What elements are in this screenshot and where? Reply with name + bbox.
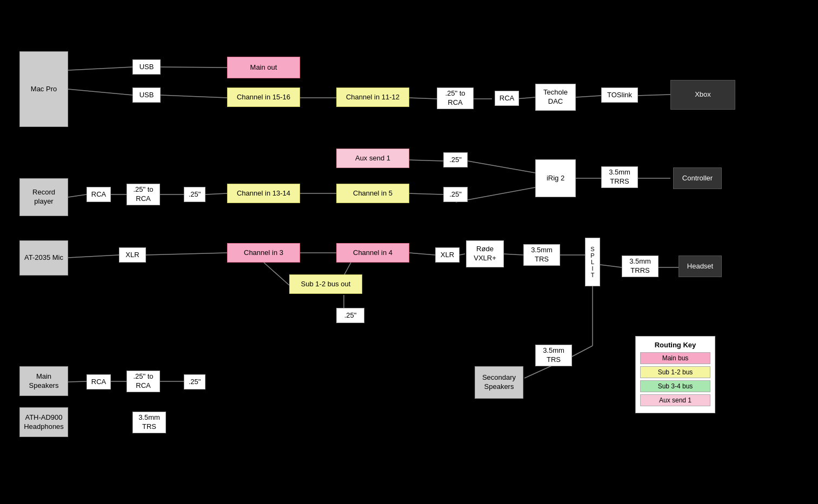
svg-line-22: [146, 253, 227, 255]
record-player-box: Record player: [19, 178, 68, 216]
rode-vxlr-box: Røde VXLR+: [466, 240, 504, 267]
routing-key-aux-send-1: Aux send 1: [640, 394, 710, 406]
svg-line-7: [516, 97, 535, 99]
usb-bot-box: USB: [132, 88, 161, 103]
main-out-box: Main out: [227, 57, 300, 78]
xlr-rode-box: XLR: [435, 247, 460, 263]
025-aux-box: .25": [443, 152, 468, 167]
35mm-trrs-headset-box: 3.5mm TRRS: [622, 256, 659, 277]
secondary-speakers-box: Secondary Speakers: [475, 366, 523, 399]
techole-dac-box: Techole DAC: [535, 84, 576, 111]
diagram: Mac Pro USB USB Main out Channel in 15-1…: [0, 0, 818, 504]
35mm-trs-rode-box: 3.5mm TRS: [523, 244, 560, 266]
svg-line-28: [600, 265, 622, 267]
svg-line-0: [68, 67, 132, 70]
channel-11-12-box: Channel in 11-12: [336, 88, 409, 107]
xlr-mic-box: XLR: [119, 247, 146, 263]
svg-line-25: [460, 254, 465, 255]
channel-15-16-box: Channel in 15-16: [227, 88, 300, 107]
025-ch5-box: .25": [443, 187, 468, 202]
svg-line-31: [344, 263, 351, 275]
toslink-box: TOSlink: [601, 88, 638, 103]
channel-in-4-box: Channel in 4: [336, 243, 409, 263]
routing-key-main-bus: Main bus: [640, 352, 710, 364]
025-record-box: .25": [184, 187, 205, 202]
split-box: SPLIT: [585, 238, 600, 286]
channel-5-box: Channel in 5: [336, 184, 409, 203]
svg-line-8: [576, 96, 601, 97]
svg-line-16: [409, 160, 443, 161]
svg-line-30: [264, 263, 289, 285]
svg-line-21: [68, 255, 119, 258]
xbox-box: Xbox: [670, 80, 735, 110]
svg-line-1: [68, 89, 132, 95]
svg-line-33: [68, 381, 87, 382]
mac-pro-box: Mac Pro: [19, 51, 68, 127]
025-main-box: .25": [184, 374, 205, 389]
svg-line-9: [636, 95, 670, 96]
rca-main-box: RCA: [87, 374, 111, 389]
controller-box: Controller: [673, 167, 722, 189]
channel-13-14-box: Channel in 13-14: [227, 184, 300, 203]
at2035-box: AT-2035 Mic: [19, 240, 68, 275]
channel-in-3-box: Channel in 3: [227, 243, 300, 263]
svg-line-13: [205, 193, 227, 194]
irig2-box: iRig 2: [535, 159, 576, 197]
35mm-trrs-irig-box: 3.5mm TRRS: [601, 166, 638, 188]
svg-line-38: [572, 346, 593, 357]
025-to-rca-main-box: .25" to RCA: [127, 371, 160, 392]
svg-line-26: [503, 254, 523, 255]
svg-line-10: [68, 194, 87, 197]
svg-line-24: [409, 253, 435, 255]
main-speakers-box: Main Speakers: [19, 366, 68, 396]
aux-send-1-box: Aux send 1: [336, 149, 409, 168]
routing-key-title: Routing Key: [640, 341, 710, 349]
35mm-trs-ath-box: 3.5mm TRS: [132, 412, 166, 433]
svg-line-2: [161, 67, 227, 68]
025-to-rca-record-box: .25" to RCA: [127, 184, 160, 205]
svg-line-15: [409, 193, 443, 194]
svg-line-3: [161, 95, 227, 98]
35mm-trs-sec-box: 3.5mm TRS: [535, 345, 572, 366]
025-ch4-box: .25": [336, 308, 364, 323]
ath-ad900-box: ATH-AD900 Headphones: [19, 407, 68, 437]
headset-box: Headset: [679, 256, 722, 277]
svg-line-17: [468, 161, 535, 173]
routing-key: Routing Key Main bus Sub 1-2 bus Sub 3-4…: [635, 336, 715, 413]
svg-line-5: [409, 98, 437, 99]
routing-key-sub12-bus: Sub 1-2 bus: [640, 366, 710, 378]
sub-1-2-bus-box: Sub 1-2 bus out: [289, 274, 362, 294]
routing-key-sub34-bus: Sub 3-4 bus: [640, 380, 710, 392]
rca-right-box: RCA: [495, 91, 519, 106]
025-to-rca-top-box: .25" to RCA: [437, 88, 474, 109]
rca-record-box: RCA: [87, 187, 111, 202]
usb-top-box: USB: [132, 59, 161, 75]
